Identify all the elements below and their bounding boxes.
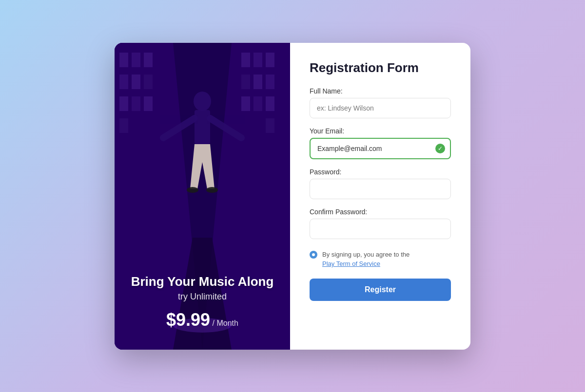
password-group: Password: — [310, 168, 451, 199]
svg-rect-15 — [266, 75, 274, 89]
email-label: Your Email: — [310, 127, 451, 135]
email-input-wrapper: ✓ — [310, 138, 451, 159]
svg-point-29 — [206, 187, 218, 193]
svg-point-24 — [194, 92, 211, 111]
svg-rect-7 — [119, 118, 128, 133]
svg-rect-17 — [266, 118, 274, 133]
terms-link[interactable]: Play Term of Service — [322, 259, 410, 269]
checkbox-check-icon — [312, 253, 315, 257]
svg-rect-20 — [254, 96, 262, 111]
email-input[interactable] — [310, 138, 451, 159]
svg-rect-12 — [144, 75, 153, 89]
svg-rect-5 — [119, 75, 128, 89]
terms-text-block: By signing up, you agree to the Play Ter… — [322, 250, 410, 269]
password-input-wrapper — [310, 179, 451, 199]
full-name-input[interactable] — [310, 98, 451, 118]
register-button[interactable]: Register — [310, 279, 451, 301]
registration-card: Bring Your Music Along try Unlimited $9.… — [115, 43, 470, 350]
terms-row: By signing up, you agree to the Play Ter… — [310, 250, 451, 269]
password-label: Password: — [310, 168, 451, 176]
svg-rect-18 — [254, 53, 262, 67]
svg-rect-4 — [119, 53, 128, 67]
svg-point-31 — [312, 253, 315, 256]
svg-rect-23 — [241, 96, 250, 111]
confirm-password-group: Confirm Password: — [310, 208, 451, 239]
confirm-password-input[interactable] — [310, 219, 451, 239]
terms-checkbox[interactable] — [310, 251, 317, 259]
price-display: $9.99 / Month — [131, 310, 274, 330]
tagline-main: Bring Your Music Along — [131, 274, 274, 289]
confirm-password-input-wrapper — [310, 219, 451, 239]
form-panel: Registration Form Full Name: Your Email:… — [290, 43, 470, 350]
svg-rect-21 — [241, 53, 250, 67]
full-name-input-wrapper — [310, 98, 451, 118]
svg-rect-13 — [144, 96, 153, 111]
svg-rect-16 — [266, 96, 274, 111]
full-name-label: Full Name: — [310, 87, 451, 95]
svg-rect-25 — [195, 110, 210, 144]
confirm-password-label: Confirm Password: — [310, 208, 451, 216]
svg-rect-8 — [132, 53, 140, 67]
svg-rect-9 — [132, 75, 140, 89]
promo-content: Bring Your Music Along try Unlimited $9.… — [131, 274, 274, 330]
svg-rect-11 — [144, 53, 153, 67]
full-name-group: Full Name: — [310, 87, 451, 118]
email-valid-icon: ✓ — [435, 144, 445, 153]
price-amount: $9.99 — [166, 310, 210, 330]
svg-rect-19 — [254, 75, 262, 89]
tagline-sub: try Unlimited — [131, 292, 274, 302]
svg-rect-14 — [266, 53, 274, 67]
svg-rect-22 — [241, 75, 250, 89]
form-title: Registration Form — [310, 60, 451, 75]
price-period: / Month — [213, 319, 238, 327]
promo-panel: Bring Your Music Along try Unlimited $9.… — [115, 43, 290, 350]
terms-agree-text: By signing up, you agree to the — [322, 251, 410, 258]
email-group: Your Email: ✓ — [310, 127, 451, 159]
password-input[interactable] — [310, 179, 451, 199]
svg-rect-10 — [132, 96, 140, 111]
svg-point-28 — [187, 187, 198, 193]
svg-rect-6 — [119, 96, 128, 111]
